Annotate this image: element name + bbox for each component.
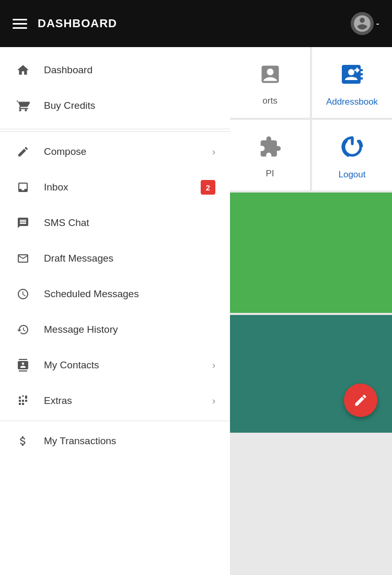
buy-credits-label: Buy Credits [44, 100, 215, 111]
right-panel: orts Addressbook [230, 47, 392, 575]
avatar-dash: - [376, 18, 379, 30]
reports-icon [259, 63, 282, 91]
my-contacts-chevron-icon: › [212, 360, 215, 371]
contacts-icon [15, 357, 31, 374]
extras-label: Extras [44, 395, 200, 407]
card-addressbook[interactable]: Addressbook [312, 47, 392, 118]
chat-icon [15, 215, 31, 231]
draft-messages-label: Draft Messages [44, 253, 215, 264]
fab-pencil-icon [353, 393, 368, 408]
header-title: DASHBOARD [38, 17, 117, 30]
sidebar-item-scheduled-messages[interactable]: Scheduled Messages [0, 276, 230, 312]
divider-1 [0, 131, 230, 132]
sidebar-item-draft-messages[interactable]: Draft Messages [0, 241, 230, 276]
schedule-icon [15, 286, 31, 302]
sidebar: Dashboard Buy Credits Compose › [0, 47, 230, 575]
reports-label: orts [262, 96, 277, 106]
sidebar-item-compose[interactable]: Compose › [0, 134, 230, 170]
addressbook-label: Addressbook [326, 97, 378, 107]
avatar-button[interactable]: - [351, 12, 379, 35]
avatar-icon [351, 12, 374, 35]
my-contacts-label: My Contacts [44, 359, 200, 371]
sidebar-item-message-history[interactable]: Message History [0, 312, 230, 347]
svg-point-1 [348, 69, 354, 75]
api-icon [259, 136, 282, 163]
api-label: PI [266, 168, 274, 179]
addressbook-icon [340, 62, 365, 92]
inbox-label: Inbox [44, 182, 188, 193]
history-icon [15, 321, 31, 338]
message-history-label: Message History [44, 324, 215, 335]
header-left: DASHBOARD [13, 17, 117, 30]
my-transactions-label: My Transactions [44, 435, 215, 447]
teal-panel [230, 315, 392, 433]
extras-chevron-icon: › [212, 396, 215, 407]
divider-2 [0, 421, 230, 421]
compose-label: Compose [44, 146, 200, 157]
account-circle-icon [352, 14, 372, 33]
logout-label: Logout [339, 170, 366, 180]
sms-chat-label: SMS Chat [44, 217, 215, 229]
sidebar-item-buy-credits[interactable]: Buy Credits [0, 88, 230, 123]
hamburger-menu-button[interactable] [13, 19, 27, 29]
card-api[interactable]: PI [230, 120, 310, 190]
pencil-icon [15, 143, 31, 160]
logout-icon [340, 134, 365, 164]
sidebar-item-extras[interactable]: Extras › [0, 383, 230, 419]
sidebar-item-my-contacts[interactable]: My Contacts › [0, 347, 230, 383]
inbox-icon [15, 179, 31, 196]
home-icon [15, 62, 31, 78]
card-reports[interactable]: orts [230, 47, 310, 118]
inbox-badge: 2 [201, 180, 215, 195]
cards-grid: orts Addressbook [230, 47, 392, 190]
card-logout[interactable]: Logout [312, 120, 392, 190]
sidebar-item-my-transactions[interactable]: My Transactions [0, 423, 230, 459]
compose-chevron-icon: › [212, 146, 215, 157]
dollar-icon [15, 433, 31, 449]
sidebar-item-inbox[interactable]: Inbox 2 [0, 170, 230, 205]
extras-icon [15, 392, 31, 409]
green-panel [230, 193, 392, 313]
sidebar-top-section: Dashboard Buy Credits [0, 47, 230, 129]
cart-icon [15, 97, 31, 114]
draft-icon [15, 250, 31, 267]
scheduled-messages-label: Scheduled Messages [44, 288, 215, 300]
sidebar-item-dashboard[interactable]: Dashboard [0, 52, 230, 88]
fab-compose-button[interactable] [344, 384, 377, 417]
dashboard-label: Dashboard [44, 64, 215, 76]
sidebar-item-sms-chat[interactable]: SMS Chat [0, 205, 230, 241]
app-header: DASHBOARD - [0, 0, 392, 47]
main-wrapper: Dashboard Buy Credits Compose › [0, 47, 392, 575]
